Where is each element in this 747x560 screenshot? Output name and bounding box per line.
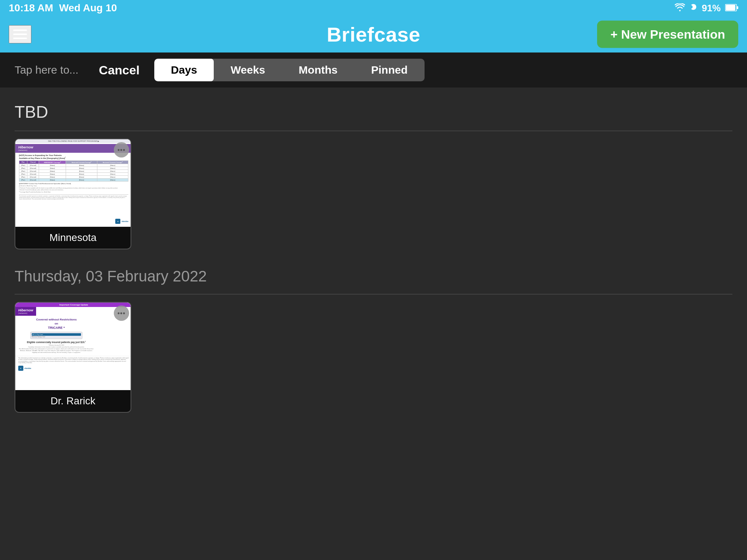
tab-months[interactable]: Months	[282, 59, 355, 81]
wifi-icon	[675, 3, 685, 14]
section-tbd: TBD SEE THE FOLLOWING PAGE FOR SUPPORT P…	[15, 102, 732, 249]
presentation-card-minnesota[interactable]: SEE THE FOLLOWING PAGE FOR SUPPORT PROGR…	[15, 139, 131, 249]
presentation-card-dr-rarick[interactable]: Important Coverage Update Hibernow (mela…	[15, 302, 131, 413]
section-divider-2	[15, 294, 732, 295]
tab-pinned[interactable]: Pinned	[354, 59, 424, 81]
hamburger-line	[13, 30, 27, 31]
coverage-table: Plan Channel HIBERNOW® Coverage1 Nocturn…	[19, 160, 128, 182]
status-bar: 10:18 AM Wed Aug 10 91%	[0, 0, 747, 16]
card-label-dr-rarick: Dr. Rarick	[15, 390, 131, 412]
tab-weeks[interactable]: Weeks	[214, 59, 282, 81]
section-divider	[15, 131, 732, 131]
segment-control: Days Weeks Months Pinned	[154, 59, 425, 81]
more-options-button-rarick[interactable]: •••	[114, 306, 129, 321]
more-dots-icon: •••	[117, 146, 125, 154]
status-date: Wed Aug 10	[59, 2, 117, 14]
content-area: TBD SEE THE FOLLOWING PAGE FOR SUPPORT P…	[0, 88, 747, 560]
search-hint[interactable]: Tap here to...	[9, 64, 84, 76]
battery-icon	[725, 3, 738, 14]
status-battery: 91%	[702, 3, 721, 14]
hamburger-line	[13, 38, 27, 39]
status-time: 10:18 AM	[9, 2, 53, 14]
new-presentation-button[interactable]: + New Presentation	[597, 21, 738, 48]
card-grid-tbd: SEE THE FOLLOWING PAGE FOR SUPPORT PROGR…	[15, 139, 732, 249]
section-title-feb: Thursday, 03 February 2022	[15, 268, 732, 285]
section-title-tbd: TBD	[15, 102, 732, 122]
cancel-button[interactable]: Cancel	[92, 59, 147, 81]
hamburger-button[interactable]	[9, 25, 31, 43]
status-right: 91%	[675, 3, 738, 14]
card-label-minnesota: Minnesota	[15, 227, 131, 249]
svg-rect-1	[737, 6, 738, 9]
status-left: 10:18 AM Wed Aug 10	[9, 2, 117, 14]
tab-days[interactable]: Days	[154, 59, 214, 81]
svg-rect-2	[726, 5, 735, 11]
more-options-button[interactable]: •••	[114, 142, 129, 158]
app-header: Briefcase + New Presentation	[0, 16, 747, 52]
more-dots-icon-rarick: •••	[117, 310, 125, 317]
hamburger-line	[13, 34, 27, 35]
moon-icon	[689, 3, 697, 14]
card-thumbnail: SEE THE FOLLOWING PAGE FOR SUPPORT PROGR…	[15, 139, 131, 227]
card-thumbnail-rarick: Important Coverage Update Hibernow (mela…	[15, 303, 131, 390]
toolbar: Tap here to... Cancel Days Weeks Months …	[0, 52, 747, 88]
section-feb2022: Thursday, 03 February 2022 Important Cov…	[15, 268, 732, 413]
app-title: Briefcase	[327, 23, 421, 46]
card-grid-feb: Important Coverage Update Hibernow (mela…	[15, 302, 732, 413]
